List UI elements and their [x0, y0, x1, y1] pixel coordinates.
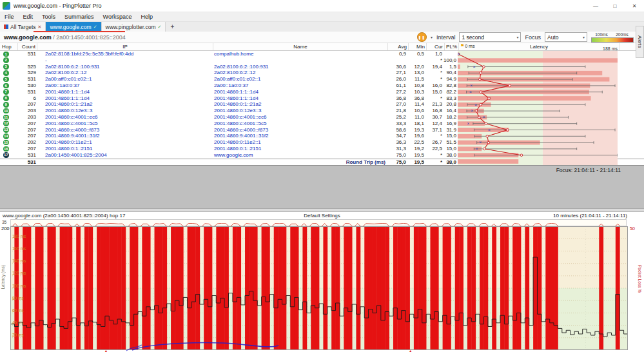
header-name[interactable]: Name	[213, 43, 388, 50]
min-cell: 19,6	[407, 133, 425, 139]
table-row[interactable]: 15 202 2001:4860:0:11e2::1 2001:4860:0:1…	[0, 139, 644, 146]
avg-cell: 75,0	[387, 152, 407, 159]
svg-text:140 ms: 140 ms	[12, 259, 26, 263]
menu-workspace[interactable]: Workspace	[99, 14, 137, 20]
table-row[interactable]: 6 530 2a00::1a0:0:37 2a00::1a0:0:37 61,1…	[0, 83, 644, 89]
avg-cell: 27,0	[387, 101, 407, 108]
minimize-button[interactable]: —	[586, 0, 605, 12]
right-axis-max: 50	[630, 226, 635, 231]
header-min[interactable]: Min	[409, 43, 427, 50]
svg-text:100 ms: 100 ms	[12, 284, 26, 288]
pl-cell: 20,8	[444, 101, 458, 108]
event-marker-icon[interactable]: ▲	[104, 349, 108, 352]
menu-help[interactable]: Help	[136, 14, 157, 20]
header-avg[interactable]: Avg	[388, 43, 409, 50]
menu-edit[interactable]: Edit	[19, 14, 38, 20]
maximize-button[interactable]: □	[605, 0, 625, 12]
tab-bar: All Targets ✕ www.google.com ✓ www.pingp…	[0, 22, 644, 32]
ip-cell: 2a02:8108:1bfd:29c:5e35:3bff:fef0:4dd	[37, 51, 213, 57]
name-cell: compalhub.home	[213, 51, 387, 57]
svg-text:180 ms: 180 ms	[12, 234, 26, 239]
hop-badge: 9	[3, 102, 9, 108]
event-marker-icon[interactable]: ▲	[408, 349, 413, 352]
ip-cell: 2001:4860:c:4001::ec6	[37, 114, 213, 121]
scale-flag-icon: ⚑	[460, 43, 464, 48]
table-row[interactable]: 3 525 2a02:8100:6:2::100:931 2a02:8100:6…	[0, 64, 644, 70]
header-ip[interactable]: IP	[37, 43, 213, 50]
pause-button[interactable]: ❚❚	[417, 32, 427, 42]
pl-cell: 31,9	[444, 127, 458, 133]
tab-label: www.google.com	[50, 24, 91, 30]
window-title: www.google.com - PingPlotter Pro	[14, 3, 102, 9]
tab-check-icon: ✓	[158, 24, 162, 30]
avg-cell: 25,2	[387, 114, 407, 121]
header-count[interactable]: Count	[18, 43, 37, 50]
table-row[interactable]: 5 531 2a00:aff0:c01:c02::1 2a00:aff0:c01…	[0, 76, 644, 83]
pl-cell: 94,9	[444, 76, 458, 83]
table-row[interactable]: 12 207 2001:4860:c:4001::5c5 2001:4860:c…	[0, 121, 644, 127]
pl-cell: 83,3	[444, 95, 458, 102]
cur-cell: 26,7	[425, 139, 444, 146]
pause-dropdown-arrow[interactable]: ▾	[431, 35, 433, 39]
cur-cell: *	[425, 95, 444, 102]
menu-tools[interactable]: Tools	[37, 14, 60, 20]
table-row[interactable]: 1 531 2a02:8108:1bfd:29c:5e35:3bff:fef0:…	[0, 51, 644, 57]
hop-badge: 13	[3, 127, 9, 133]
count-cell: 203	[18, 114, 37, 121]
targets-grid-icon	[4, 24, 8, 29]
chevron-down-icon: ▾	[514, 35, 518, 39]
hop-badge: 10	[3, 108, 9, 114]
close-button[interactable]: ✕	[625, 0, 644, 12]
close-tab-icon[interactable]: ✕	[38, 24, 42, 30]
timeline-overview[interactable]: 35	[10, 219, 627, 226]
tab-all-targets[interactable]: All Targets ✕	[0, 22, 46, 32]
time-graph: 20 ms40 ms60 ms80 ms100 ms120 ms140 ms16…	[10, 226, 628, 350]
avg-cell: 61,1	[387, 83, 407, 89]
hop-badge: 5	[3, 77, 9, 83]
interval-select[interactable]: 1 second ▾	[459, 32, 521, 42]
table-empty-area: Focus: 21:04:11 - 21:14:11	[0, 165, 644, 208]
table-row[interactable]: 17 531 2a00:1450:4001:825::2004 www.goog…	[0, 152, 644, 159]
table-row[interactable]: 9 207 2001:4860:0:1::21a2 2001:4860:0:1:…	[0, 101, 644, 108]
table-row[interactable]: 11 203 2001:4860:c:4001::ec6 2001:4860:c…	[0, 114, 644, 121]
avg-cell: 58,6	[387, 127, 407, 133]
pl-cell: 1,5	[444, 64, 458, 70]
right-axis-title: Packet Loss %	[638, 265, 642, 293]
table-row[interactable]: 13 207 2001:4860:c:4000::f873 2001:4860:…	[0, 127, 644, 133]
table-row[interactable]: 7 531 2001:4860:1:1::1d4 2001:4860:1:1::…	[0, 89, 644, 95]
table-row[interactable]: 8 6 2001:4860:1:1::1d4 2001:4860:1:1::1d…	[0, 95, 644, 102]
ip-cell: 2a00::1a0:0:37	[37, 83, 213, 89]
target-host: www.google.com	[4, 34, 52, 41]
menu-bar: File Edit Tools Summaries Workspace Help	[0, 12, 644, 22]
ip-cell: 2001:4860:0:1::2151	[37, 146, 213, 152]
min-cell: 36,8	[407, 95, 425, 102]
table-row[interactable]: 2 - * 100,0	[0, 57, 644, 64]
hop-badge: 11	[3, 115, 9, 121]
graph-settings-label[interactable]: Default Settings	[304, 213, 340, 219]
target-title: www.google.com / 2a00:1450:4001:825::200…	[4, 34, 126, 41]
tab-www-google-com[interactable]: www.google.com ✓	[46, 22, 101, 32]
header-hop[interactable]: Hop	[0, 43, 18, 50]
table-row[interactable]: 14 207 2001:4860:9:4001::31f2 2001:4860:…	[0, 133, 644, 139]
alerts-side-tab[interactable]: Alerts	[636, 26, 644, 58]
tab-www-pingplotter-com[interactable]: www.pingplotter.com ✓	[102, 22, 166, 32]
table-row[interactable]: 16 207 2001:4860:0:1::2151 2001:4860:0:1…	[0, 146, 644, 152]
chevron-down-icon: ▾	[580, 35, 585, 39]
header-pl[interactable]: PL%	[445, 43, 459, 50]
cur-cell: 16,8	[425, 108, 444, 114]
min-cell: 19,2	[407, 146, 425, 152]
round-trip-row[interactable]: 531 Round Trip (ms) 75,0 19,5 * 38,0	[0, 159, 644, 166]
target-toolbar: www.google.com / 2a00:1450:4001:825::200…	[0, 32, 644, 43]
menu-file[interactable]: File	[0, 14, 19, 20]
new-tab-button[interactable]: +	[166, 22, 179, 32]
focus-select[interactable]: Auto ▾	[545, 32, 587, 42]
hop-badge: 14	[3, 133, 9, 139]
min-cell: 13,0	[407, 70, 425, 76]
name-cell: 2a00::1a0:0:37	[213, 83, 387, 89]
time-graph-plot-area[interactable]: 200 50 Latency (ms) Packet Loss % 20 ms4…	[0, 226, 644, 351]
menu-summaries[interactable]: Summaries	[60, 14, 99, 20]
header-cur[interactable]: Cur	[427, 43, 445, 50]
table-row[interactable]: 10 203 2001:4860:0:12e3::3 2001:4860:0:1…	[0, 108, 644, 114]
table-row[interactable]: 4 529 2a02:8100:6:2::12 2a02:8100:6:2::1…	[0, 70, 644, 76]
pl-cell: 100,0	[444, 57, 458, 64]
